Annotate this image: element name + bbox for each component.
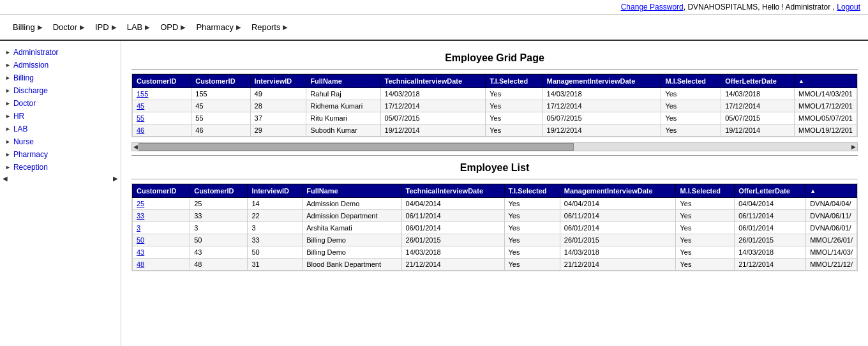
list-cell-mis: Yes [676, 210, 735, 222]
sidebar-item-discharge[interactable]: ► Discharge [0, 84, 121, 97]
list-cell-id: 48 [133, 259, 190, 271]
nav-doctor-arrow: ▶ [80, 24, 85, 31]
sidebar-item-nurse[interactable]: ► Nurse [0, 135, 121, 148]
list-cell-old: 21/12/2014 [735, 259, 806, 271]
list-col-mgmtdate: ManagementInterviewDate [560, 184, 676, 198]
grid-col-fullname: FullName [306, 75, 380, 88]
sidebar-expand-arrow[interactable]: ▶ [113, 175, 118, 182]
list-divider-top [131, 155, 858, 156]
list-cell-tis: Yes [504, 259, 560, 271]
grid-id-link[interactable]: 46 [137, 126, 144, 134]
list-cell-mis: Yes [676, 234, 735, 246]
list-cell-mid: 06/01/2014 [560, 222, 676, 234]
list-col-offerdate: OfferLetterDate [735, 184, 806, 198]
sidebar-arrow-pharmacy: ► [5, 151, 11, 158]
list-cell-iid: 22 [248, 210, 303, 222]
list-cell-id: 33 [133, 210, 190, 222]
sidebar-item-pharmacy[interactable]: ► Pharmacy [0, 148, 121, 161]
grid-id-link[interactable]: 45 [137, 102, 144, 110]
grid-id-link[interactable]: 155 [137, 90, 148, 98]
employee-list-title: Employee List [131, 162, 858, 174]
list-cell-cid: 3 [190, 222, 248, 234]
list-col-techdate: TechnicalInterviewDate [401, 184, 504, 198]
sidebar-arrow-doctor: ► [5, 100, 11, 107]
employee-list-table: CustomerID CustomerID InterviewID FullNa… [132, 184, 857, 271]
list-cell-id: 43 [133, 246, 190, 259]
list-item: 33 33 22 Admission Department 06/11/2014… [133, 210, 857, 222]
logout-link[interactable]: Logout [837, 3, 860, 11]
list-col-scroll[interactable]: ▲ [806, 184, 857, 198]
scroll-left-icon[interactable]: ◀ [133, 144, 138, 150]
sidebar-arrow-admission: ► [5, 62, 11, 68]
grid-cell-tis: Yes [486, 112, 542, 124]
nav-doctor[interactable]: Doctor ▶ [48, 20, 90, 34]
sidebar-collapse-arrow[interactable]: ◀ [3, 175, 8, 182]
list-cell-cid: 25 [190, 198, 248, 210]
list-cell-tid: 04/04/2014 [401, 198, 504, 210]
nav-ipd[interactable]: IPD ▶ [90, 20, 122, 34]
sidebar-arrow-lab: ► [5, 126, 11, 132]
list-cell-tid: 14/03/2018 [401, 246, 504, 259]
sidebar-item-admission[interactable]: ► Admission [0, 59, 121, 71]
list-id-link[interactable]: 48 [137, 260, 144, 268]
sidebar-link-nurse[interactable]: Nurse [13, 137, 34, 146]
main-content: Employee Grid Page CustomerID CustomerID… [121, 41, 868, 346]
grid-col-misel: M.I.Selected [661, 75, 721, 88]
grid-cell-mid: 17/12/2014 [542, 100, 661, 112]
list-cell-old: 06/01/2014 [735, 222, 806, 234]
nav-billing[interactable]: Billing ▶ [8, 20, 48, 34]
sidebar-item-lab[interactable]: ► LAB [0, 123, 121, 135]
grid-horizontal-scrollbar[interactable]: ◀ ▶ [131, 142, 858, 151]
sidebar-link-hr[interactable]: HR [13, 112, 24, 121]
sidebar-item-doctor[interactable]: ► Doctor [0, 97, 121, 110]
list-divider-bottom [131, 179, 858, 179]
list-cell-id: 25 [133, 198, 190, 210]
list-id-link[interactable]: 33 [137, 212, 144, 220]
list-id-link[interactable]: 43 [137, 248, 144, 256]
nav-reports-label: Reports [251, 22, 281, 32]
grid-col-techdate: TechnicalInterviewDate [380, 75, 486, 88]
list-cell-name: Admission Demo [303, 198, 401, 210]
grid-cell-ol: MMOL/05/07/201 [795, 112, 857, 124]
sidebar-link-discharge[interactable]: Discharge [13, 86, 48, 95]
nav-pharmacy[interactable]: Pharmacy ▶ [191, 20, 246, 34]
sidebar-item-administrator[interactable]: ► Administrator [0, 46, 121, 59]
sidebar-link-administrator[interactable]: Administrator [13, 48, 59, 57]
list-cell-old: 06/11/2014 [735, 210, 806, 222]
sidebar-item-reception[interactable]: ► Reception [0, 161, 121, 174]
grid-col-offerdate: OfferLetterDate [721, 75, 795, 88]
list-cell-name: Arshita Kamati [303, 222, 401, 234]
sidebar-link-reception[interactable]: Reception [13, 163, 48, 172]
list-item: 25 25 14 Admission Demo 04/04/2014 Yes 0… [133, 198, 857, 210]
sidebar-item-hr[interactable]: ► HR [0, 110, 121, 123]
list-id-link[interactable]: 3 [137, 224, 140, 232]
grid-cell-iid: 49 [250, 88, 306, 100]
nav-billing-arrow: ▶ [38, 24, 43, 31]
grid-col-scroll[interactable]: ▲ [795, 75, 857, 88]
list-cell-tid: 06/11/2014 [401, 210, 504, 222]
sidebar-link-pharmacy[interactable]: Pharmacy [13, 150, 48, 159]
grid-cell-old: 17/12/2014 [721, 100, 795, 112]
change-password-link[interactable]: Change Password [621, 3, 684, 11]
list-id-link[interactable]: 25 [137, 200, 144, 207]
sidebar-link-billing[interactable]: Billing [13, 73, 34, 82]
sidebar-item-billing[interactable]: ► Billing [0, 71, 121, 84]
list-cell-tis: Yes [504, 210, 560, 222]
list-id-link[interactable]: 50 [137, 236, 144, 244]
list-cell-iid: 33 [248, 234, 303, 246]
grid-cell-old: 14/03/2018 [721, 88, 795, 100]
sidebar-link-lab[interactable]: LAB [13, 124, 28, 133]
scroll-thumb[interactable] [138, 143, 574, 151]
list-cell-iid: 31 [248, 259, 303, 271]
scroll-right-icon[interactable]: ▶ [851, 144, 856, 150]
nav-reports[interactable]: Reports ▶ [246, 20, 294, 34]
nav-lab[interactable]: LAB ▶ [122, 20, 156, 34]
sidebar-link-admission[interactable]: Admission [13, 61, 49, 70]
sidebar-arrow-reception: ► [5, 164, 11, 170]
grid-id-link[interactable]: 55 [137, 114, 144, 122]
sidebar-link-doctor[interactable]: Doctor [13, 99, 36, 108]
list-col-tisel: T.I.Selected [504, 184, 560, 198]
nav-opd[interactable]: OPD ▶ [155, 20, 191, 34]
grid-col-mgmtdate: ManagementInterviewDate [542, 75, 661, 88]
grid-header-row: CustomerID CustomerID InterviewID FullNa… [133, 75, 857, 88]
